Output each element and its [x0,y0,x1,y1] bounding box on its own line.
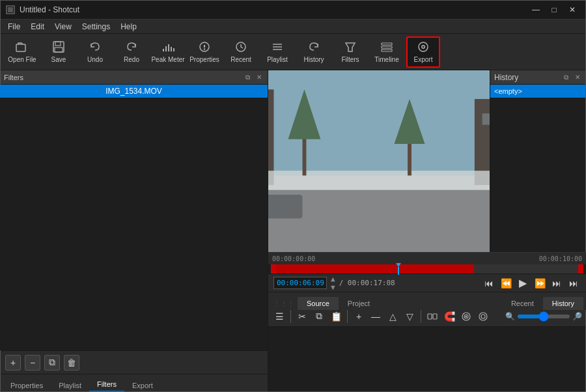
transport-loop[interactable]: ⏭ [566,276,581,290]
app-icon [5,5,16,15]
menu-bar: File Edit View Settings Help [0,20,586,34]
menu-file[interactable]: File [3,21,25,33]
svg-rect-5 [55,42,61,46]
filters-action-bar: + − ⧉ 🗑 [0,350,268,374]
filter-add-button[interactable]: + [5,355,21,371]
close-button[interactable]: ✕ [564,3,581,16]
history-float-button[interactable]: ⧉ [561,73,570,82]
open-file-button[interactable]: Open File [5,36,39,68]
tl-zoom-out-icon: 🔍 [505,312,515,321]
tab-history[interactable]: History [543,297,583,310]
svg-point-50 [479,313,487,320]
export-toolbar-button[interactable]: Export [406,36,440,68]
transport-prev-frame[interactable]: ⏪ [499,276,513,290]
svg-rect-21 [382,46,392,48]
menu-help[interactable]: Help [115,21,142,33]
tab-project[interactable]: Project [339,297,379,310]
tl-zoom-slider[interactable] [518,315,570,318]
filters-panel-header: Filters ⧉ ✕ [0,70,268,85]
peak-meter-button[interactable]: Peak Meter [151,36,185,68]
source-project-row: ⋮⋮⋮ Source Project Recent History [268,292,586,310]
filters-toolbar-icon [344,41,357,55]
svg-rect-46 [433,314,437,319]
filters-close-button[interactable]: ✕ [255,73,264,82]
svg-rect-10 [171,47,172,51]
tl-copy-button[interactable]: ⧉ [312,309,326,324]
filters-float-button[interactable]: ⧉ [243,73,252,82]
tl-marker-button[interactable] [476,309,490,324]
tl-separator-3 [421,310,421,323]
tl-cut-button[interactable]: ✂ [295,309,309,324]
end-marker [578,264,583,273]
tab-filters[interactable]: Filters [89,378,124,392]
history-toolbar-button[interactable]: History [297,36,331,68]
svg-point-51 [481,315,485,318]
svg-rect-45 [428,314,432,319]
menu-settings[interactable]: Settings [77,21,115,33]
peak-meter-icon [161,41,174,55]
tl-menu-button[interactable]: ☰ [272,309,286,324]
video-preview [268,70,490,252]
time-end-label: 00:00:10:00 [539,255,582,262]
start-marker [271,264,276,273]
toolbar: Open File Save Undo Redo Peak Meter Prop… [0,34,586,70]
tab-properties[interactable]: Properties [3,379,51,392]
filter-remove-button[interactable]: − [25,355,40,371]
filter-delete-button[interactable]: 🗑 [64,355,79,371]
tl-separator-2 [347,310,348,323]
tl-snap-button[interactable]: 🧲 [442,309,456,324]
center-right-area: History ⧉ ✕ <empty> 00:00:00:00 00:00:10… [268,70,586,392]
transport-play[interactable]: ▶ [516,276,530,290]
tab-playlist[interactable]: Playlist [51,379,89,392]
history-content: <empty> [490,85,586,252]
preview-area: History ⧉ ✕ <empty> [268,70,586,252]
tl-lift-button[interactable]: △ [385,309,400,324]
tl-remove-button[interactable]: — [369,309,383,324]
transport-skip-start[interactable]: ⏮ [482,276,496,290]
tl-split-button[interactable] [425,309,440,324]
timeline-toolbar-button[interactable]: Timeline [370,36,404,68]
history-panel-title: History [494,73,518,82]
filters-content: IMG_1534.MOV [0,85,268,350]
redo-icon [125,41,138,55]
transport-skip-end[interactable]: ⏭ [550,276,564,290]
filters-panel-title: Filters [4,74,23,81]
menu-edit[interactable]: Edit [25,21,49,33]
filters-toolbar-button[interactable]: Filters [333,36,367,68]
tab-recent[interactable]: Recent [502,297,543,310]
save-label: Save [51,56,66,63]
filter-copy-button[interactable]: ⧉ [44,355,60,371]
tab-source[interactable]: Source [298,297,339,310]
export-toolbar-label: Export [414,56,433,63]
filters-toolbar-label: Filters [341,56,359,63]
svg-rect-11 [173,48,174,51]
recent-button[interactable]: Recent [224,36,258,68]
tl-paste-button[interactable]: 📋 [329,309,343,324]
left-panel: Filters ⧉ ✕ IMG_1534.MOV + − ⧉ 🗑 Propert… [0,70,268,392]
timecode-current-input[interactable] [273,277,327,289]
svg-rect-8 [165,46,167,51]
tl-overwrite-button[interactable]: ▽ [402,309,417,324]
bottom-tabs: Properties Playlist Filters Export [0,374,268,392]
save-button[interactable]: Save [42,36,76,68]
timeline-toolbar-icon [380,41,393,55]
tl-ripple-button[interactable] [459,309,473,324]
minimize-button[interactable]: — [527,3,544,16]
maximize-button[interactable]: □ [546,3,563,16]
svg-rect-44 [268,70,490,252]
tl-add-button[interactable]: + [352,309,366,324]
playlist-button[interactable]: Playlist [260,36,294,68]
undo-label: Undo [87,56,103,63]
properties-button[interactable]: Properties [188,36,221,68]
redo-button[interactable]: Redo [115,36,148,68]
timebar-area: 00:00:00:00 00:00:10:00 ▲ [268,252,586,291]
filters-filename[interactable]: IMG_1534.MOV [0,85,268,98]
tab-export[interactable]: Export [124,379,161,392]
filters-panel-controls: ⧉ ✕ [243,73,264,82]
undo-button[interactable]: Undo [78,36,112,68]
title-bar: Untitled - Shotcut — □ ✕ [0,0,586,20]
history-panel: History ⧉ ✕ <empty> [490,70,586,252]
menu-view[interactable]: View [49,21,77,33]
transport-next-frame[interactable]: ⏩ [533,276,547,290]
history-close-button[interactable]: ✕ [573,73,582,82]
